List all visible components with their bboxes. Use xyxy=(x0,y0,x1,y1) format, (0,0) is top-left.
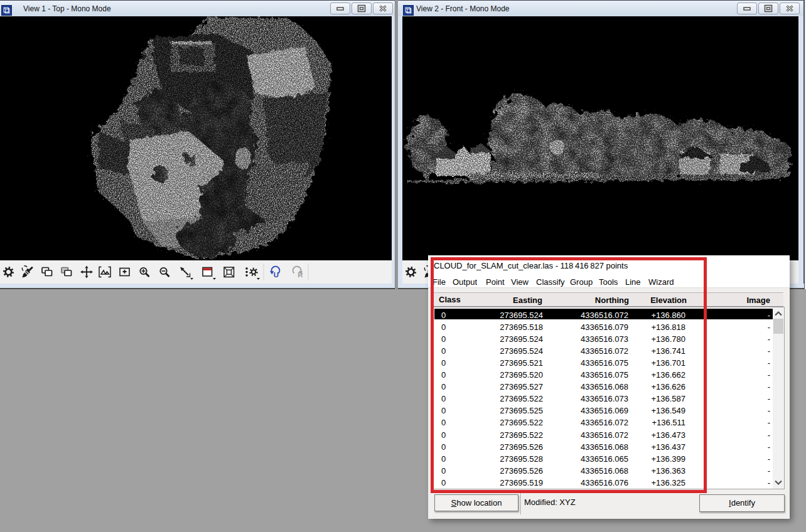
svg-text:R: R xyxy=(298,271,303,279)
svg-text:U: U xyxy=(274,271,279,279)
